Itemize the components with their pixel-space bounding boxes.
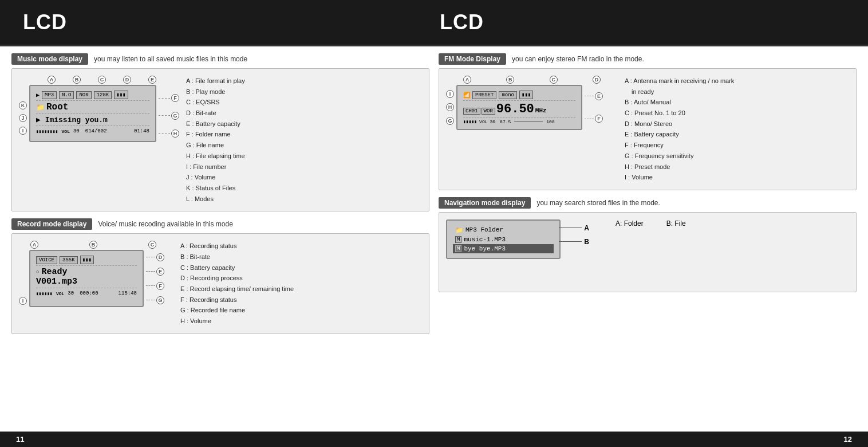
nav-section-inner: 📁 MP3 Folder M music-1.MP3 [446, 219, 849, 259]
nav-label-a: A [584, 224, 589, 232]
music-desc-d: D : Bit-rate [186, 108, 245, 119]
bitrate: 128K [94, 91, 112, 99]
fm-wor: WOR [482, 108, 495, 115]
record-desc-g: G : Recorded file name [180, 305, 294, 316]
label-e-circle: E [148, 76, 156, 84]
file-name-text: ▶ Imissing you.m [36, 115, 149, 124]
fm-label-f-row: F [585, 115, 603, 123]
fm-label-g: G [446, 117, 454, 125]
music-mode-title: Music mode display [11, 53, 88, 65]
record-status-row: ○ Ready [36, 267, 137, 277]
record-right-labels: D E F [146, 250, 164, 307]
label-k-circle: K [19, 101, 27, 109]
record-desc-c: C : Battery capacity [180, 262, 294, 273]
label-h-circle: H [171, 130, 179, 138]
play-mode-no: N.O [59, 91, 74, 99]
fm-desc-list: A : Antenna mark in receiving / no mark … [625, 76, 734, 183]
record-lcd-display: VOICE 355K ▮▮▮ ○ Ready V00 [29, 250, 144, 307]
record-label-b: B [89, 241, 97, 249]
fm-desc-a: A : Antenna mark in receiving / no mark [625, 76, 734, 87]
music-lcd-row: K J I ▶ MP3 N. [19, 85, 179, 142]
nav-desc-b: B: File [666, 219, 686, 228]
fm-label-d: D [593, 76, 601, 84]
fm-label-f: F [595, 115, 603, 123]
dashed-line-1 [36, 100, 149, 101]
nav-music-icon-2: M [455, 245, 461, 252]
nav-lcd-area: 📁 MP3 Folder M music-1.MP3 [446, 219, 561, 259]
record-time-elapsed: 000:00 [80, 291, 98, 296]
record-section-inner: A B C I [19, 241, 422, 327]
record-label-g: G [156, 296, 164, 304]
nav-file1-row: M music-1.MP3 [453, 235, 554, 244]
record-dashed-2 [36, 288, 137, 288]
label-f-circle: F [171, 94, 179, 102]
label-f-row: F [159, 94, 179, 102]
music-desc-i: I : File number [186, 162, 245, 172]
fm-antenna-icon: 📶 [463, 92, 470, 99]
record-lcd-row: I VOICE 355K ▮▮▮ [19, 250, 173, 307]
right-column: FM Mode Display you can enjoy stereo FM … [439, 53, 857, 425]
fm-desc-g: G : Frequency sensitivity [625, 151, 734, 162]
page-number-left: 11 [11, 434, 29, 445]
time-elapsed-music: 01:48 [134, 128, 149, 134]
record-label-i: I [19, 297, 27, 305]
fm-desc-e: E : Battery capacity [625, 129, 734, 140]
lcd-bottom-info: ▮▮▮▮▮▮▮▮ VOL 30 014/002 01:48 [36, 128, 149, 134]
nav-section-box: 📁 MP3 Folder M music-1.MP3 [439, 212, 857, 292]
record-dashed-1 [36, 265, 137, 266]
dashed-line-3 [36, 126, 149, 126]
label-g-circle: G [171, 112, 179, 120]
header: LCD LCD [0, 0, 868, 45]
record-label-e-row: E [146, 268, 164, 276]
music-section-header: Music mode display you may listen to all… [11, 53, 429, 65]
fm-dashed-1 [463, 100, 575, 101]
fm-scale-end: 108 [546, 119, 554, 124]
nav-music-icon-1: M [455, 236, 461, 243]
fm-desc-c: C : Preset No. 1 to 20 [625, 108, 734, 119]
music-lcd-display: ▶ MP3 N.O NOR 128K ▮▮▮ [29, 85, 156, 142]
label-i-circle: I [19, 127, 27, 135]
record-desc-list: A : Recording status B : Bit-rate C : Ba… [180, 241, 294, 327]
header-left: LCD [23, 10, 428, 34]
label-b-circle: B [73, 76, 81, 84]
record-main-text2: V001.mp3 [36, 277, 137, 287]
fm-right-labels: E F [585, 85, 603, 130]
music-desc-c: C : EQ/SRS [186, 97, 245, 108]
fm-label-a: A [463, 76, 471, 84]
music-desc-l: L : Modes [186, 194, 245, 205]
music-desc-e: E : Battery capacity [186, 119, 245, 130]
record-label-g-row: G [146, 296, 164, 304]
label-g-row: G [159, 112, 179, 120]
fm-channel: CH01 [463, 108, 480, 115]
record-desc-h: H : Volume [180, 316, 294, 327]
fm-freq-unit: MHz [535, 107, 547, 114]
fm-label-e: E [595, 92, 603, 100]
record-label-c: C [148, 241, 156, 249]
record-mode-desc: Voice/ music recoding available in this … [98, 220, 232, 228]
fm-label-e-row: E [585, 92, 603, 100]
music-desc-f: F : Folder name [186, 129, 245, 140]
record-vol-value: 30 [68, 291, 74, 296]
fm-left-labels: I H G [446, 85, 454, 130]
record-desc-b: B : Bit-rate [180, 252, 294, 262]
label-d-circle: D [123, 76, 131, 84]
fm-top-labels: A B C D [446, 76, 618, 85]
vol-bars-music: ▮▮▮▮▮▮▮▮ [36, 129, 58, 134]
folder-name-text: Root [46, 102, 68, 112]
record-bitrate: 355K [60, 256, 78, 264]
record-mode-section: Record mode display Voice/ music recodin… [11, 218, 429, 334]
record-label-a: A [30, 241, 38, 249]
fm-dashed-2 [463, 117, 575, 118]
right-labels: F G H [159, 85, 179, 142]
record-label-d-row: D [146, 253, 164, 261]
fm-vol-label: VOL [479, 119, 487, 124]
label-a-circle: A [48, 76, 56, 84]
nav-file2-name: bye bye.MP3 [464, 245, 506, 252]
fm-section-box: A B C D I H G [439, 68, 857, 190]
record-label-e: E [156, 268, 164, 276]
header-title-left: LCD [23, 10, 67, 34]
nav-section-header: Navigation mode display you may search s… [439, 197, 857, 209]
music-section-box: A B C D E K J [11, 68, 429, 211]
fm-desc-f: F : Frequency [625, 140, 734, 151]
fm-desc-a2: in ready [625, 87, 734, 97]
